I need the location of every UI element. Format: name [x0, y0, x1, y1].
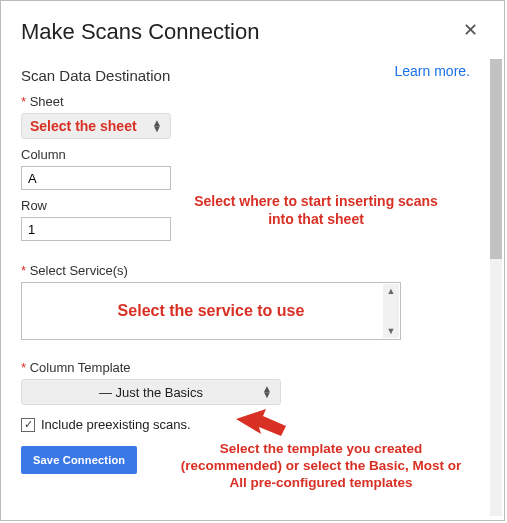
include-preexisting-label: Include preexisting scans.: [41, 417, 191, 432]
annotation-service: Select the service to use: [118, 301, 305, 321]
sheet-label: Sheet: [21, 94, 484, 109]
services-label: Select Service(s): [21, 263, 484, 278]
dialog-body: Scan Data Destination Sheet Select the s…: [1, 56, 504, 518]
include-preexisting-checkbox[interactable]: ✓: [21, 418, 35, 432]
sheet-select[interactable]: Select the sheet ▲▼: [21, 113, 171, 139]
services-select[interactable]: Select the service to use ▲ ▼: [21, 282, 401, 340]
column-label: Column: [21, 147, 484, 162]
destination-header: Scan Data Destination: [21, 67, 484, 84]
caret-updown-icon: ▲▼: [262, 386, 272, 398]
save-connection-button[interactable]: Save Connection: [21, 446, 137, 474]
dialog-scrollbar[interactable]: [490, 59, 502, 516]
template-select[interactable]: — Just the Basics ▲▼: [21, 379, 281, 405]
make-scans-dialog: Make Scans Connection ✕ Learn more. Scan…: [0, 0, 505, 521]
sheet-select-value: Select the sheet: [30, 118, 137, 134]
row-input[interactable]: [21, 217, 171, 241]
services-inner-scrollbar[interactable]: ▲ ▼: [383, 284, 399, 338]
caret-updown-icon: ▲▼: [152, 120, 162, 132]
row-label: Row: [21, 198, 484, 213]
dialog-header: Make Scans Connection ✕: [1, 1, 504, 55]
scroll-down-icon[interactable]: ▼: [387, 324, 396, 338]
template-select-value: — Just the Basics: [99, 385, 203, 400]
close-icon[interactable]: ✕: [457, 19, 484, 41]
template-label: Column Template: [21, 360, 484, 375]
dialog-title: Make Scans Connection: [21, 19, 259, 45]
include-preexisting-row: ✓ Include preexisting scans.: [21, 417, 484, 432]
dialog-scrollbar-thumb[interactable]: [490, 59, 502, 259]
scroll-up-icon[interactable]: ▲: [387, 284, 396, 298]
column-input[interactable]: [21, 166, 171, 190]
